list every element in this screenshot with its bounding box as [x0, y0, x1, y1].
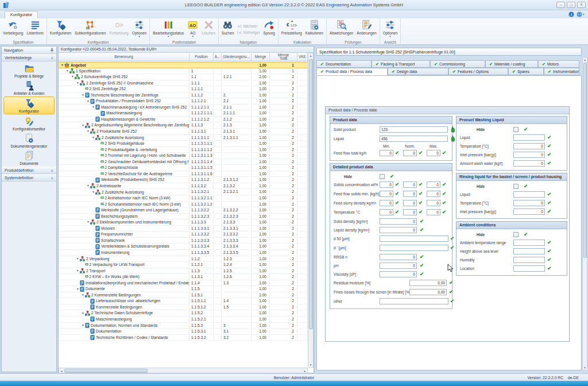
- scroll-down-arrow[interactable]: ▼: [308, 363, 313, 366]
- expander-icon[interactable]: ▾: [86, 183, 90, 188]
- tree-row[interactable]: €$2 Trommel mit Lagerung / Hohl- und Sch…: [59, 153, 308, 159]
- expander-icon[interactable]: ▾: [91, 190, 95, 195]
- ribbon-button-kalkulieren[interactable]: Kalkulieren: [304, 19, 325, 40]
- form-input[interactable]: [513, 265, 545, 272]
- tree-row[interactable]: Werkstoffe (Grundrahmen und Lagergehäuse…: [59, 207, 308, 214]
- form-input[interactable]: [380, 182, 393, 188]
- ribbon-button-bearbeitungsstatus[interactable]: Bearbeitungsstatus▾: [151, 19, 185, 40]
- form-input[interactable]: [403, 200, 417, 206]
- form-input[interactable]: [380, 218, 417, 225]
- tree-row[interactable]: €$2 Produktaufgabe & -verteilung1.1.1.3.…: [59, 147, 308, 153]
- tree-row[interactable]: Werkstoffe (Produktbereich) SHS 2521.1.1…: [59, 177, 308, 183]
- tree-row[interactable]: ▾2 Zusätzliche Ausrüstung1.1.1.3.1.12.1.…: [59, 135, 308, 141]
- form-input[interactable]: [513, 152, 545, 158]
- sidebar-item-anbieter-kunden[interactable]: Anbieter & Kunden: [3, 79, 55, 96]
- expander-icon[interactable]: ▾: [76, 80, 80, 86]
- sidebar-section-vertriebsbelege[interactable]: Vertriebsbelege∧: [2, 54, 56, 61]
- form-input[interactable]: [427, 150, 440, 156]
- spec-tab-materials-coating[interactable]: ✔Materials / coating: [485, 60, 538, 68]
- tree-row[interactable]: Hauptabmessungen & Gewichte1.1.1.2.1.22.…: [59, 117, 308, 123]
- form-input[interactable]: [427, 209, 440, 215]
- tree-row[interactable]: ▾Angebot1,001: [59, 62, 308, 68]
- ribbon-button-vorbelegung[interactable]: Vorbelegung: [1, 19, 25, 40]
- spec-tab-design-data[interactable]: ✔Design data: [388, 68, 448, 75]
- column-header-position[interactable]: Position: [189, 53, 214, 61]
- form-input[interactable]: [380, 236, 448, 242]
- tree-row[interactable]: ▾2 Verpackung1.1.21.2.31,002: [59, 256, 308, 263]
- tree-row[interactable]: Motoren1.1.1.3.3.12.1.3.3.11,002: [59, 226, 308, 232]
- form-input[interactable]: [380, 298, 448, 304]
- ribbon-button-sprung[interactable]: Sprung: [261, 19, 276, 40]
- ribbon-tab-konfigurator[interactable]: Konfigurator: [5, 11, 38, 18]
- spec-tab-spares[interactable]: ✔Spares: [508, 68, 544, 75]
- form-input[interactable]: [427, 182, 440, 188]
- sidebar-section-systemdefinition[interactable]: Systemdefinition∨: [2, 174, 56, 182]
- tree-row[interactable]: Beschichtungssystem1.1.1.3.2.32.1.3.2.31…: [59, 214, 308, 220]
- tree-row[interactable]: €$2 Antriebsmotor nach IEC Norm (3 kW)1.…: [59, 195, 308, 202]
- form-input[interactable]: [403, 191, 417, 197]
- tree-row[interactable]: Technische Richtlinien / Codes / Standar…: [59, 335, 308, 341]
- form-input[interactable]: [513, 240, 545, 246]
- form-input[interactable]: [513, 143, 545, 149]
- tree-row[interactable]: €$2 SHS Produktgehäuse1.1.1.3.1.1.11,002: [59, 141, 308, 147]
- tree-row[interactable]: ▾2 Transport1.1.31.2.51,002: [59, 268, 308, 275]
- tree-row[interactable]: ▾2 Kommerzielle Bedingungen1.1.5.11,002: [59, 292, 308, 299]
- ribbon-button-abweichungen[interactable]: Abweichungen: [328, 19, 355, 40]
- form-input[interactable]: [513, 257, 545, 263]
- info-icon[interactable]: i: [568, 11, 574, 18]
- expander-icon[interactable]: ▾: [60, 63, 64, 68]
- sidebar-item-dokumentengenerator[interactable]: Dokumentengenerator: [3, 132, 55, 149]
- tree-row[interactable]: Dokumentation1.1.5.3.13.11,002: [59, 329, 308, 335]
- sidebar-item-konfigurator[interactable]: Konfigurator: [3, 96, 55, 114]
- expander-icon[interactable]: ▾: [65, 68, 69, 74]
- tree-row[interactable]: Instrumentierung1.1.1.3.3.52.1.3.3.51,00…: [59, 250, 308, 256]
- tree-row[interactable]: ▾2 Angebotsumfang Allgemeine Beschreibun…: [59, 122, 308, 129]
- spec-tab-motors[interactable]: ✔Motors: [538, 60, 579, 68]
- expander-icon[interactable]: ▾: [86, 219, 90, 225]
- scroll-up-arrow[interactable]: ▲: [308, 54, 313, 57]
- column-header-menge-total[interactable]: Menge Total: [270, 53, 297, 61]
- ribbon-button-preisstellung[interactable]: €1234+−Preisstellung: [280, 19, 304, 40]
- tree-row[interactable]: ▾2 Zusätzliche Ausrüstung1.1.1.3.2.12.1.…: [59, 189, 308, 195]
- tree-row[interactable]: ▾Dokumentation, Normen und Standards1.1.…: [59, 323, 308, 329]
- expander-icon[interactable]: ▾: [76, 268, 80, 273]
- panel-scroll-down-arrow[interactable]: ▼: [583, 366, 587, 369]
- tree-row[interactable]: ▾2 Produktseite SHS 2521.1.1.3.12.1.3.11…: [59, 129, 308, 135]
- expander-icon[interactable]: ▾: [81, 311, 85, 316]
- tree-row[interactable]: ▾2 Zentrifuge SHS 252 // Grundmaschine1.…: [59, 80, 308, 87]
- form-input[interactable]: [380, 271, 417, 277]
- expander-icon[interactable]: ▾: [86, 99, 90, 104]
- form-input[interactable]: [380, 150, 393, 156]
- ribbon-button-optionen[interactable]: Optionen▾: [130, 19, 149, 40]
- expander-icon[interactable]: ▾: [81, 292, 85, 298]
- form-input[interactable]: [513, 200, 545, 206]
- tree-row[interactable]: ▾Dokumente1.1.51,002: [59, 286, 308, 292]
- spec-tab-instrumentation[interactable]: ✔Instrumentation: [544, 68, 579, 75]
- ribbon-button-optionen[interactable]: Optionen▾: [381, 19, 400, 40]
- form-input[interactable]: [380, 227, 417, 233]
- form-input[interactable]: [409, 280, 447, 286]
- sidebar-section-produktdefinition[interactable]: Produktdefinition∨: [2, 167, 56, 174]
- form-input[interactable]: [380, 254, 417, 260]
- expander-icon[interactable]: ▾: [76, 287, 80, 292]
- tree-row[interactable]: ▾Produktdaten / Prozessdaten SHS 2521.1.…: [59, 98, 308, 105]
- form-input[interactable]: [380, 209, 393, 215]
- ribbon-button-listenform[interactable]: Listenform: [25, 19, 45, 40]
- expander-icon[interactable]: ▾: [71, 74, 75, 79]
- form-input[interactable]: [427, 191, 440, 197]
- tree-row[interactable]: €$2 SHS Zentrifuge 2521.1.1.11,002: [59, 86, 308, 92]
- spec-tab-product-data-process-data[interactable]: ✔Product data / Process data: [316, 68, 388, 75]
- form-input[interactable]: [427, 200, 440, 206]
- tree-row[interactable]: €$2 Verpackung für LKW-Transport1.1.2.11…: [59, 262, 308, 268]
- tree-row[interactable]: €$2 Schubantriebsmotor nach IEC Norm (3 …: [59, 202, 308, 208]
- spec-tab-packing-transport[interactable]: ✔Packing & Transport: [372, 60, 430, 68]
- expander-icon[interactable]: ▾: [81, 92, 85, 98]
- tree-row[interactable]: Kommerzielle Bedingungen1.1.5.1.21.51,00…: [59, 304, 308, 311]
- column-header-gliederung[interactable]: Gliederungsnu...: [222, 53, 252, 61]
- form-input[interactable]: [380, 126, 448, 133]
- tree-row[interactable]: Schaltschrank1.1.1.3.3.32.1.3.3.31,002: [59, 238, 308, 244]
- tree-vertical-scrollbar[interactable]: ▲ ▼: [308, 53, 314, 368]
- tree-row[interactable]: Maschinenauslegung1.1.1.2.1.1.12.1.1.11,…: [59, 110, 308, 117]
- sidebar-item-projekte-belege[interactable]: Projekte & Belege: [3, 62, 55, 79]
- tree-row[interactable]: ▾2 Schubzentrifuge SHS 2521.11.2.12,002: [59, 74, 308, 80]
